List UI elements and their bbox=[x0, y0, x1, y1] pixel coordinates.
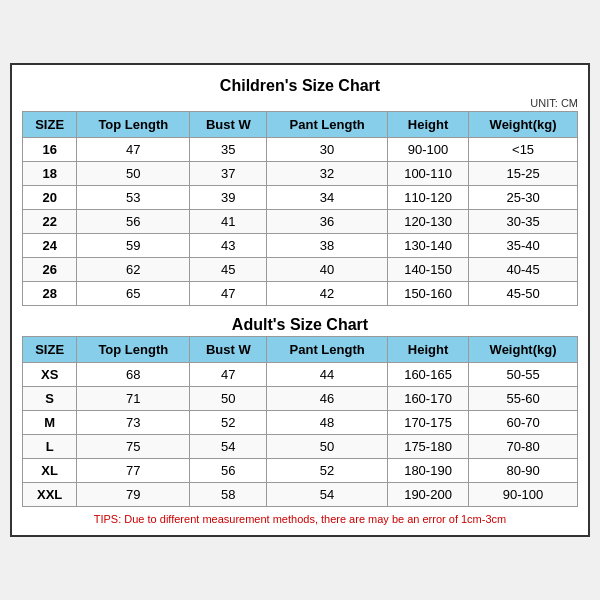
adults-table: SIZETop LengthBust WPant LengthHeightWei… bbox=[22, 336, 578, 507]
table-row: 22564136120-13030-35 bbox=[23, 210, 578, 234]
table-cell: 45 bbox=[190, 258, 267, 282]
table-cell: 45-50 bbox=[469, 282, 578, 306]
table-row: 26624540140-15040-45 bbox=[23, 258, 578, 282]
table-cell: 180-190 bbox=[387, 459, 468, 483]
table-row: 18503732100-11015-25 bbox=[23, 162, 578, 186]
table-cell: 170-175 bbox=[387, 411, 468, 435]
table-cell: 120-130 bbox=[387, 210, 468, 234]
table-cell: 41 bbox=[190, 210, 267, 234]
table-cell: 190-200 bbox=[387, 483, 468, 507]
table-cell: 160-165 bbox=[387, 363, 468, 387]
adults-header-row: SIZETop LengthBust WPant LengthHeightWei… bbox=[23, 337, 578, 363]
children-col-header: Weight(kg) bbox=[469, 112, 578, 138]
table-cell: 38 bbox=[267, 234, 388, 258]
adults-col-header: SIZE bbox=[23, 337, 77, 363]
table-cell: 62 bbox=[77, 258, 190, 282]
table-cell: 47 bbox=[77, 138, 190, 162]
table-cell: 37 bbox=[190, 162, 267, 186]
table-cell: 59 bbox=[77, 234, 190, 258]
children-table: SIZETop LengthBust WPant LengthHeightWei… bbox=[22, 111, 578, 306]
table-cell: 160-170 bbox=[387, 387, 468, 411]
table-cell: 36 bbox=[267, 210, 388, 234]
children-header-row: SIZETop LengthBust WPant LengthHeightWei… bbox=[23, 112, 578, 138]
table-cell: 71 bbox=[77, 387, 190, 411]
table-cell: 34 bbox=[267, 186, 388, 210]
table-cell: 56 bbox=[190, 459, 267, 483]
chart-container: Children's Size Chart UNIT: CM SIZETop L… bbox=[10, 63, 590, 537]
table-cell: 50 bbox=[267, 435, 388, 459]
table-row: XXL795854190-20090-100 bbox=[23, 483, 578, 507]
children-col-header: Top Length bbox=[77, 112, 190, 138]
table-cell: XXL bbox=[23, 483, 77, 507]
table-cell: 100-110 bbox=[387, 162, 468, 186]
table-cell: 44 bbox=[267, 363, 388, 387]
table-cell: 32 bbox=[267, 162, 388, 186]
table-row: XS684744160-16550-55 bbox=[23, 363, 578, 387]
children-col-header: Bust W bbox=[190, 112, 267, 138]
table-row: L755450175-18070-80 bbox=[23, 435, 578, 459]
table-cell: 18 bbox=[23, 162, 77, 186]
adults-section: Adult's Size Chart SIZETop LengthBust WP… bbox=[22, 312, 578, 507]
table-cell: 175-180 bbox=[387, 435, 468, 459]
table-cell: 52 bbox=[267, 459, 388, 483]
table-cell: 46 bbox=[267, 387, 388, 411]
table-cell: 42 bbox=[267, 282, 388, 306]
table-row: 24594338130-14035-40 bbox=[23, 234, 578, 258]
table-cell: 60-70 bbox=[469, 411, 578, 435]
table-cell: 35-40 bbox=[469, 234, 578, 258]
table-cell: 48 bbox=[267, 411, 388, 435]
unit-label: UNIT: CM bbox=[22, 97, 578, 109]
table-cell: 40-45 bbox=[469, 258, 578, 282]
table-cell: 24 bbox=[23, 234, 77, 258]
children-title: Children's Size Chart bbox=[22, 73, 578, 97]
table-cell: <15 bbox=[469, 138, 578, 162]
table-cell: 58 bbox=[190, 483, 267, 507]
table-cell: XL bbox=[23, 459, 77, 483]
table-cell: 53 bbox=[77, 186, 190, 210]
table-cell: 22 bbox=[23, 210, 77, 234]
adults-col-header: Bust W bbox=[190, 337, 267, 363]
table-row: 1647353090-100<15 bbox=[23, 138, 578, 162]
table-cell: 52 bbox=[190, 411, 267, 435]
table-cell: 75 bbox=[77, 435, 190, 459]
table-cell: 43 bbox=[190, 234, 267, 258]
table-row: S715046160-17055-60 bbox=[23, 387, 578, 411]
table-cell: 79 bbox=[77, 483, 190, 507]
table-cell: 80-90 bbox=[469, 459, 578, 483]
table-cell: 40 bbox=[267, 258, 388, 282]
table-cell: 65 bbox=[77, 282, 190, 306]
table-cell: 77 bbox=[77, 459, 190, 483]
table-cell: 16 bbox=[23, 138, 77, 162]
table-cell: 28 bbox=[23, 282, 77, 306]
table-cell: 110-120 bbox=[387, 186, 468, 210]
table-cell: 90-100 bbox=[387, 138, 468, 162]
table-cell: M bbox=[23, 411, 77, 435]
table-cell: 70-80 bbox=[469, 435, 578, 459]
table-row: 28654742150-16045-50 bbox=[23, 282, 578, 306]
table-cell: 50-55 bbox=[469, 363, 578, 387]
table-cell: XS bbox=[23, 363, 77, 387]
tips-text: TIPS: Due to different measurement metho… bbox=[22, 513, 578, 525]
table-cell: 140-150 bbox=[387, 258, 468, 282]
table-cell: 30 bbox=[267, 138, 388, 162]
table-cell: 68 bbox=[77, 363, 190, 387]
table-cell: 47 bbox=[190, 282, 267, 306]
adults-col-header: Weight(kg) bbox=[469, 337, 578, 363]
children-col-header: Pant Length bbox=[267, 112, 388, 138]
table-cell: 39 bbox=[190, 186, 267, 210]
table-cell: L bbox=[23, 435, 77, 459]
table-cell: 25-30 bbox=[469, 186, 578, 210]
table-cell: 90-100 bbox=[469, 483, 578, 507]
table-cell: 50 bbox=[77, 162, 190, 186]
table-cell: 20 bbox=[23, 186, 77, 210]
table-row: 20533934110-12025-30 bbox=[23, 186, 578, 210]
children-col-header: SIZE bbox=[23, 112, 77, 138]
table-row: XL775652180-19080-90 bbox=[23, 459, 578, 483]
adults-col-header: Height bbox=[387, 337, 468, 363]
table-cell: 54 bbox=[190, 435, 267, 459]
table-cell: 130-140 bbox=[387, 234, 468, 258]
table-cell: S bbox=[23, 387, 77, 411]
adults-col-header: Top Length bbox=[77, 337, 190, 363]
table-cell: 15-25 bbox=[469, 162, 578, 186]
children-col-header: Height bbox=[387, 112, 468, 138]
